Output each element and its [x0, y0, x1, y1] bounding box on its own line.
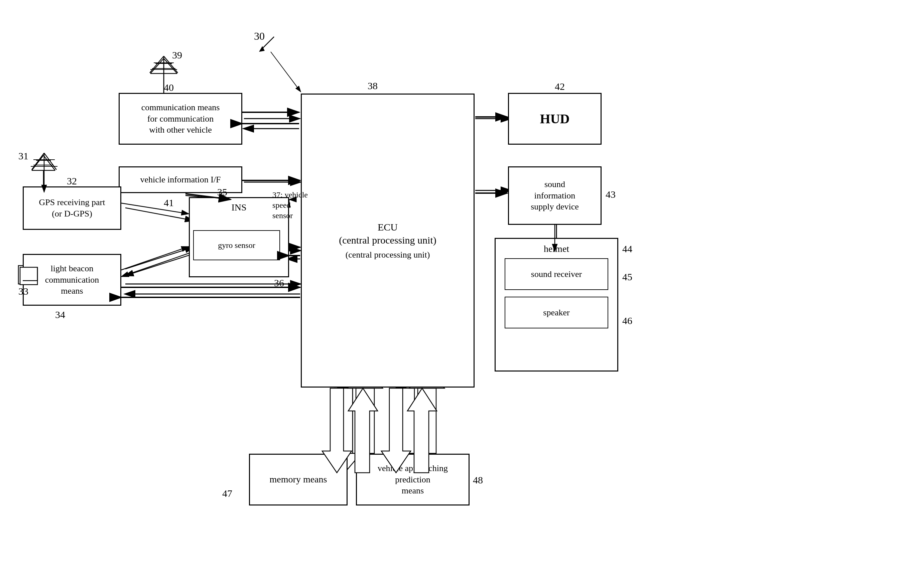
- svg-marker-34: [338, 388, 348, 461]
- hud-box: HUD: [508, 93, 602, 145]
- svg-line-67: [121, 203, 189, 214]
- vehicle-speed-sensor-label: 37: vehicle speed sensor: [272, 190, 312, 221]
- vehicle-approaching-label: vehicle approachingpredictionmeans: [378, 463, 448, 496]
- number-39: 39: [172, 50, 182, 61]
- number-33: 33: [19, 285, 28, 297]
- gyro-sensor-label: gyro sensor: [218, 240, 255, 251]
- svg-marker-36: [396, 388, 406, 461]
- speaker-box: speaker: [504, 297, 608, 329]
- comm-other-vehicle-box: communication meansfor communicationwith…: [119, 93, 242, 145]
- svg-line-71: [121, 253, 189, 277]
- vehicle-info-if-label: vehicle information I/F: [140, 174, 220, 185]
- patent-diagram: 30 ECU(central processing unit) (central…: [0, 0, 900, 588]
- svg-line-20: [125, 208, 193, 220]
- number-35: 35: [217, 186, 227, 198]
- comm-other-vehicle-label: communication meansfor communicationwith…: [141, 102, 220, 136]
- svg-rect-43: [356, 388, 374, 453]
- gps-label: GPS receiving part(or D-GPS): [39, 197, 105, 219]
- svg-line-21: [125, 247, 193, 269]
- number-41: 41: [164, 197, 174, 208]
- svg-marker-37: [411, 388, 421, 461]
- svg-rect-41: [334, 388, 352, 453]
- svg-rect-45: [396, 388, 414, 453]
- svg-line-62: [44, 153, 56, 170]
- number-32: 32: [67, 175, 77, 187]
- svg-line-56: [150, 56, 164, 73]
- number-42: 42: [555, 81, 565, 92]
- helmet-label: helmet: [500, 243, 613, 255]
- number-43: 43: [605, 189, 616, 200]
- number-34: 34: [55, 309, 65, 320]
- hud-label: HUD: [540, 110, 570, 128]
- number-36: 36: [274, 277, 284, 289]
- svg-line-70: [121, 247, 189, 270]
- gyro-sensor-box: gyro sensor: [193, 230, 280, 260]
- svg-line-61: [32, 153, 44, 170]
- number-38: 38: [368, 80, 378, 92]
- svg-line-15: [43, 155, 55, 171]
- svg-line-14: [32, 155, 43, 171]
- number-45: 45: [622, 271, 632, 282]
- ins-label: INS: [193, 202, 285, 214]
- speaker-label: speaker: [543, 307, 569, 318]
- number-47: 47: [222, 488, 232, 499]
- light-beacon-label: light beaconcommunicationmeans: [45, 263, 99, 297]
- number-31: 31: [19, 150, 28, 162]
- memory-means-box: memory means: [249, 454, 348, 506]
- light-beacon-box: light beaconcommunicationmeans: [23, 254, 121, 306]
- number-44: 44: [622, 243, 632, 254]
- svg-marker-35: [352, 388, 363, 461]
- gps-box: GPS receiving part(or D-GPS): [23, 186, 121, 230]
- ecu-label: ECU(central processing unit): [339, 220, 436, 247]
- sound-info-box: soundinformationsupply device: [508, 166, 602, 225]
- svg-line-22: [125, 254, 193, 276]
- ecu-sublabel: (central processing unit): [339, 249, 436, 261]
- helmet-box: helmet sound receiver speaker: [495, 238, 618, 371]
- svg-line-88: [271, 52, 301, 92]
- sound-receiver-box: sound receiver: [504, 258, 608, 290]
- number-46: 46: [622, 315, 632, 326]
- number-48: 48: [473, 475, 483, 486]
- svg-rect-47: [418, 388, 436, 453]
- sound-receiver-label: sound receiver: [531, 268, 582, 280]
- ecu-box: ECU(central processing unit) (central pr…: [301, 93, 475, 388]
- vehicle-approaching-box: vehicle approachingpredictionmeans: [356, 454, 470, 506]
- number-40: 40: [164, 82, 174, 93]
- memory-means-label: memory means: [270, 473, 327, 486]
- svg-line-7: [151, 59, 164, 73]
- sound-info-label: soundinformationsupply device: [531, 179, 579, 213]
